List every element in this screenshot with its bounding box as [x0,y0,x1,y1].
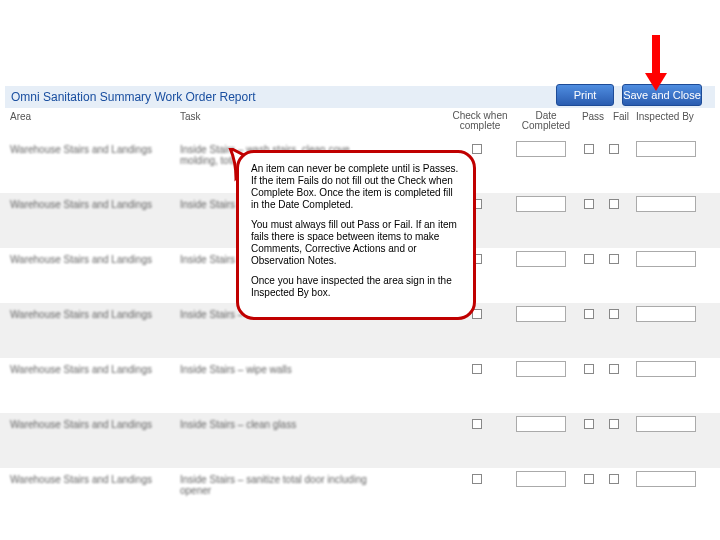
callout-para-3: Once you have inspected the area sign in… [251,275,461,299]
area-cell: Warehouse Stairs and Landings [10,254,170,265]
area-cell: Warehouse Stairs and Landings [10,199,170,210]
area-cell: Warehouse Stairs and Landings [10,474,170,485]
fail-checkbox[interactable] [609,144,619,154]
date-completed-input[interactable] [516,361,566,377]
column-header-task: Task [180,111,370,137]
inspected-by-input[interactable] [636,361,696,377]
fail-checkbox[interactable] [609,474,619,484]
pass-checkbox[interactable] [584,364,594,374]
fail-checkbox[interactable] [609,309,619,319]
column-header-fail: Fail [608,111,634,137]
check-complete-checkbox[interactable] [472,144,482,154]
column-header-area: Area [10,111,170,137]
date-completed-input[interactable] [516,306,566,322]
date-completed-input[interactable] [516,196,566,212]
inspected-by-input[interactable] [636,416,696,432]
pass-checkbox[interactable] [584,199,594,209]
inspected-by-input[interactable] [636,196,696,212]
fail-checkbox[interactable] [609,364,619,374]
area-cell: Warehouse Stairs and Landings [10,309,170,320]
area-cell: Warehouse Stairs and Landings [10,144,170,155]
check-complete-checkbox[interactable] [472,474,482,484]
inspected-by-input[interactable] [636,251,696,267]
column-header-pass: Pass [580,111,606,137]
table-row: Warehouse Stairs and LandingsInside Stai… [0,358,720,413]
date-completed-input[interactable] [516,416,566,432]
report-title: Omni Sanitation Summary Work Order Repor… [5,90,256,104]
column-header-check: Check whencomplete [450,111,510,137]
save-and-close-button[interactable]: Save and Close [622,84,702,106]
column-header-inspected: Inspected By [636,111,706,137]
table-row: Warehouse Stairs and LandingsInside Stai… [0,413,720,468]
pass-checkbox[interactable] [584,419,594,429]
save-button-label: Save and Close [623,89,701,101]
area-cell: Warehouse Stairs and Landings [10,419,170,430]
inspected-by-input[interactable] [636,471,696,487]
fail-checkbox[interactable] [609,254,619,264]
callout-para-1: An item can never be complete until is P… [251,163,461,211]
column-header-date: DateCompleted [516,111,576,137]
red-arrow-icon [645,35,667,91]
fail-checkbox[interactable] [609,419,619,429]
task-cell: Inside Stairs – wipe walls [180,364,370,375]
svg-rect-0 [652,35,660,73]
inspected-by-input[interactable] [636,141,696,157]
pass-checkbox[interactable] [584,474,594,484]
pass-checkbox[interactable] [584,144,594,154]
print-button[interactable]: Print [556,84,614,106]
date-completed-input[interactable] [516,251,566,267]
instruction-callout: An item can never be complete until is P… [236,150,476,320]
print-button-label: Print [574,89,597,101]
task-cell: Inside Stairs – clean glass [180,419,370,430]
inspected-by-input[interactable] [636,306,696,322]
table-row: Warehouse Stairs and LandingsInside Stai… [0,468,720,523]
date-completed-input[interactable] [516,141,566,157]
area-cell: Warehouse Stairs and Landings [10,364,170,375]
check-complete-checkbox[interactable] [472,364,482,374]
callout-para-2: You must always fill out Pass or Fail. I… [251,219,461,267]
pass-checkbox[interactable] [584,309,594,319]
pass-checkbox[interactable] [584,254,594,264]
date-completed-input[interactable] [516,471,566,487]
task-cell: Inside Stairs – sanitize total door incl… [180,474,370,496]
check-complete-checkbox[interactable] [472,419,482,429]
fail-checkbox[interactable] [609,199,619,209]
